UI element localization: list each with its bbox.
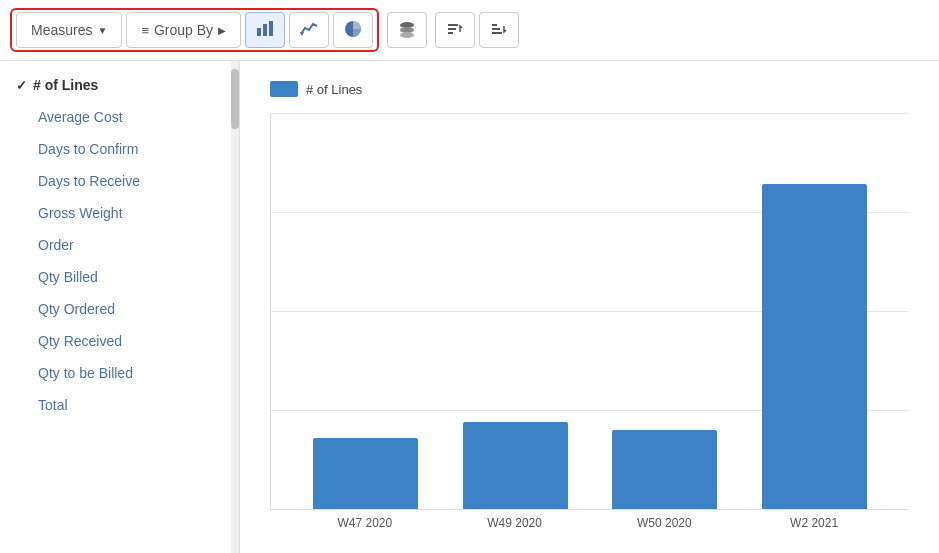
sidebar-item-label: Gross Weight	[38, 205, 123, 221]
sidebar-item-label: Qty Received	[38, 333, 122, 349]
sidebar-item-label: Order	[38, 237, 74, 253]
svg-rect-0	[257, 28, 261, 36]
sidebar-item-order[interactable]: Order	[0, 229, 239, 261]
sort-desc-button[interactable]	[479, 12, 519, 48]
toolbar: Measures ▼ ≡ Group By ▶	[0, 0, 939, 61]
svg-marker-3	[300, 32, 304, 36]
sidebar-item-#-of-lines[interactable]: ✓# of Lines	[0, 69, 239, 101]
bar-chart-button[interactable]	[245, 12, 285, 48]
bar-chart-icon	[256, 20, 274, 41]
sidebar-item-days-to-receive[interactable]: Days to Receive	[0, 165, 239, 197]
x-label-3: W2 2021	[739, 510, 889, 530]
scrollbar-thumb[interactable]	[231, 69, 239, 129]
scrollbar-track[interactable]	[231, 61, 239, 553]
legend-label: # of Lines	[306, 82, 362, 97]
bar-3	[762, 184, 867, 509]
chart-area: # of Lines W47 2020W49 2020W50 2020W2 20…	[240, 61, 939, 553]
x-labels: W47 2020W49 2020W50 2020W2 2021	[270, 510, 909, 530]
line-chart-button[interactable]	[289, 12, 329, 48]
sidebar-item-label: Qty Ordered	[38, 301, 115, 317]
measures-dropdown-icon: ▼	[97, 25, 107, 36]
bar-group-1	[441, 113, 591, 509]
sidebar-item-label: Days to Confirm	[38, 141, 138, 157]
sidebar-item-label: Total	[38, 397, 68, 413]
stack-icon	[398, 20, 416, 41]
x-label-1: W49 2020	[440, 510, 590, 530]
highlighted-toolbar-group: Measures ▼ ≡ Group By ▶	[10, 8, 379, 52]
sort-asc-icon	[446, 20, 464, 41]
legend-color-box	[270, 81, 298, 97]
bar-group-2	[590, 113, 740, 509]
sort-asc-button[interactable]	[435, 12, 475, 48]
bar-1	[463, 422, 568, 509]
group-by-arrow-icon: ▶	[218, 25, 226, 36]
group-by-label: Group By	[154, 22, 213, 38]
pie-chart-icon	[344, 20, 362, 41]
bar-0	[313, 438, 418, 509]
sidebar-item-label: # of Lines	[33, 77, 98, 93]
sidebar-item-qty-ordered[interactable]: Qty Ordered	[0, 293, 239, 325]
menu-lines-icon: ≡	[141, 23, 149, 38]
pie-chart-button[interactable]	[333, 12, 373, 48]
bar-group-3	[740, 113, 890, 509]
chart-container: W47 2020W49 2020W50 2020W2 2021	[270, 113, 909, 530]
sidebar-item-gross-weight[interactable]: Gross Weight	[0, 197, 239, 229]
sidebar-item-average-cost[interactable]: Average Cost	[0, 101, 239, 133]
sidebar-item-qty-received[interactable]: Qty Received	[0, 325, 239, 357]
sidebar-item-days-to-confirm[interactable]: Days to Confirm	[0, 133, 239, 165]
chart-legend: # of Lines	[270, 81, 909, 97]
sidebar-item-qty-billed[interactable]: Qty Billed	[0, 261, 239, 293]
chart-grid	[270, 113, 909, 510]
bar-group-0	[291, 113, 441, 509]
sidebar-item-label: Qty Billed	[38, 269, 98, 285]
main-area: ✓# of LinesAverage CostDays to ConfirmDa…	[0, 61, 939, 553]
sidebar-item-label: Qty to be Billed	[38, 365, 133, 381]
sidebar-item-label: Days to Receive	[38, 173, 140, 189]
bar-2	[612, 430, 717, 509]
measures-button[interactable]: Measures ▼	[16, 12, 122, 48]
svg-rect-1	[263, 24, 267, 36]
checkmark-icon: ✓	[16, 78, 27, 93]
line-chart-icon	[300, 20, 318, 41]
sort-desc-icon	[490, 20, 508, 41]
stack-button[interactable]	[387, 12, 427, 48]
sidebar-item-total[interactable]: Total	[0, 389, 239, 421]
sidebar-item-qty-to-be-billed[interactable]: Qty to be Billed	[0, 357, 239, 389]
x-label-0: W47 2020	[290, 510, 440, 530]
x-label-2: W50 2020	[590, 510, 740, 530]
svg-point-7	[400, 32, 414, 38]
sidebar-item-label: Average Cost	[38, 109, 123, 125]
measures-label: Measures	[31, 22, 92, 38]
svg-rect-2	[269, 21, 273, 36]
group-by-button[interactable]: ≡ Group By ▶	[126, 12, 241, 48]
sidebar: ✓# of LinesAverage CostDays to ConfirmDa…	[0, 61, 240, 553]
